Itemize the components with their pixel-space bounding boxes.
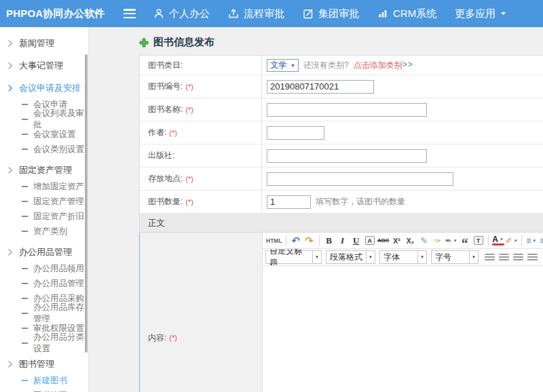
toolbar-separator (286, 235, 286, 246)
sidebar-item-new-book[interactable]: 新建图书 (0, 373, 88, 388)
chevron-down-icon: ▼ (366, 251, 375, 263)
font-family-select[interactable]: 字体▼ (379, 250, 427, 264)
source-code-button[interactable]: HTML (266, 234, 282, 247)
dash-icon (22, 186, 28, 187)
sidebar-item-add-fixed-asset[interactable]: 增加固定资产 (0, 179, 88, 194)
align-justify-button[interactable] (527, 254, 538, 261)
editor-toolbar-row1: HTML↶↷BIUAABCX²X₂✎✑✒▼“TA▼✐▼≡▼≡▼ (263, 233, 543, 249)
sidebar: 新闻管理大事记管理会议申请及安排会议申请会议列表及审批会议室设置会议类别设置固定… (0, 27, 89, 392)
dash-icon (22, 104, 28, 105)
sidebar-item-supplies-category-setup[interactable]: 办公用品分类设置 (0, 336, 88, 351)
sidebar-item-meeting-room-setup[interactable]: 会议室设置 (0, 127, 88, 142)
sidebar-item-supplies-request[interactable]: 办公用品领用 (0, 261, 88, 276)
custom-heading-select[interactable]: 自定义标题▼ (265, 250, 322, 264)
sidebar-scrollbar[interactable] (85, 54, 88, 353)
dash-icon (22, 283, 28, 284)
content-label-cell: 内容: (*) (140, 233, 263, 392)
sidebar-item-meeting-category-setup[interactable]: 会议类别设置 (0, 142, 88, 157)
sidebar-item-fixed-asset-depreciation[interactable]: 固定资产折旧 (0, 209, 88, 224)
nav-item-group-approval[interactable]: 集团审批 (303, 7, 359, 20)
font-border-button[interactable]: A (365, 236, 375, 245)
sidebar-item-meeting-list-approve[interactable]: 会议列表及审批 (0, 112, 88, 127)
hamburger-menu-icon[interactable] (124, 9, 136, 18)
nav-item-personal-office[interactable]: 个人办公 (153, 7, 210, 20)
bold-button[interactable]: B (323, 234, 335, 247)
align-center-button[interactable] (499, 254, 509, 261)
font-size-select[interactable]: 字号▼ (431, 250, 479, 264)
sidebar-item-fixed-asset-manage[interactable]: 固定资产管理 (0, 194, 88, 209)
underline-button[interactable]: U (350, 234, 362, 247)
dash-icon (22, 231, 28, 232)
add-category-link-arrows[interactable]: >> (402, 60, 413, 71)
sidebar-item-book-mgmt[interactable]: 图书管理 (0, 355, 88, 373)
undo-button[interactable]: ↶ (290, 234, 302, 247)
unordered-list-button[interactable]: ≡▼ (539, 234, 543, 247)
field-label: 内容: (148, 332, 166, 344)
paint-format-button[interactable]: ✒▼ (445, 234, 457, 247)
paste-text-button[interactable]: T (474, 236, 483, 245)
font-color-button[interactable]: A▼ (492, 235, 504, 246)
remove-format-button[interactable]: ✎ (418, 234, 430, 247)
link-button[interactable]: ∞ (540, 251, 543, 264)
sidebar-item-meeting-apply-arrange[interactable]: 会议申请及安排 (0, 79, 88, 97)
dash-icon (22, 216, 28, 217)
chevron-down-icon: ▼ (417, 251, 426, 263)
highlight-color-button[interactable]: ✐▼ (506, 234, 518, 247)
strikethrough-button[interactable]: ABC (377, 234, 390, 247)
field-label: 图书编号: (148, 81, 183, 92)
sidebar-item-asset-category[interactable]: 资产类别 (0, 224, 88, 239)
select-label: 自定义标题 (266, 249, 312, 266)
sidebar-item-news-mgmt[interactable]: 新闻管理 (0, 35, 88, 52)
sidebar-item-memorabilia-mgmt[interactable]: 大事记管理 (0, 57, 88, 75)
toolbar-separator (319, 235, 320, 246)
subscript-button[interactable]: X₂ (405, 234, 417, 247)
dash-icon (22, 134, 28, 135)
sidebar-item-fixed-asset-mgmt[interactable]: 固定资产管理 (0, 161, 88, 179)
field-label: 图书类目: (140, 56, 262, 75)
sidebar-item-label: 新闻管理 (19, 37, 54, 50)
align-right-button[interactable] (513, 254, 523, 261)
chevron-right-icon (8, 85, 13, 92)
book-number-input[interactable] (267, 80, 374, 94)
align-left-button[interactable] (485, 254, 495, 261)
chevron-down-icon: ▼ (500, 237, 504, 241)
publisher-input[interactable] (267, 149, 427, 163)
book-name-input[interactable] (267, 103, 427, 117)
ordered-list-button[interactable]: ≡▼ (525, 234, 538, 247)
author-input[interactable] (267, 126, 324, 140)
superscript-button[interactable]: X² (391, 234, 403, 247)
book-quantity-input[interactable] (267, 195, 311, 209)
tray-icon (228, 8, 239, 19)
sidebar-item-office-supplies-mgmt[interactable]: 办公用品管理 (0, 243, 88, 261)
blockquote-button[interactable]: “ (459, 234, 471, 247)
nav-item-crm-system[interactable]: CRM系统 (377, 7, 436, 20)
italic-button[interactable]: I (337, 234, 349, 247)
chevron-right-icon (8, 62, 13, 69)
nav-item-label: 集团审批 (318, 7, 359, 20)
add-category-link[interactable]: 点击添加类别 (354, 60, 402, 71)
sidebar-item-label: 会议类别设置 (33, 144, 84, 155)
nav-item-more-apps[interactable]: 更多应用 (455, 7, 506, 20)
storage-location-input[interactable] (267, 172, 453, 186)
content-row: 内容: (*) HTML↶↷BIUAABCX²X₂✎✑✒▼“TA▼✐▼≡▼≡▼ … (139, 233, 543, 392)
editor-content-area[interactable] (263, 266, 543, 392)
redo-button[interactable]: ↷ (303, 234, 316, 247)
chevron-right-icon (8, 167, 13, 174)
sidebar-item-book-manage[interactable]: 图书管理 (0, 388, 88, 392)
clear-html-button[interactable]: ✑ (432, 234, 444, 247)
book-category-select[interactable]: 文学 ▼ (267, 59, 299, 72)
sidebar-item-label: 办公用品管理 (33, 278, 84, 290)
form-row-category: 图书类目: 文学 ▼ 还没有类别? 点击添加类别 >> (140, 56, 543, 75)
body-section-header: 正文 (140, 214, 543, 233)
nav-item-label: CRM系统 (393, 7, 436, 20)
nav-item-workflow-approval[interactable]: 流程审批 (228, 7, 284, 20)
user-icon (153, 8, 164, 19)
chevron-down-icon (500, 11, 506, 16)
sidebar-item-supplies-manage[interactable]: 办公用品管理 (0, 276, 88, 291)
chevron-right-icon (8, 40, 13, 47)
sidebar-item-label: 新建图书 (33, 375, 67, 387)
sidebar-item-supplies-inventory[interactable]: 办公用品库存管理 (0, 306, 88, 321)
sidebar-item-label: 固定资产折旧 (33, 211, 84, 222)
paragraph-format-select[interactable]: 段落格式▼ (326, 250, 375, 264)
chevron-down-icon: ▼ (312, 251, 321, 263)
